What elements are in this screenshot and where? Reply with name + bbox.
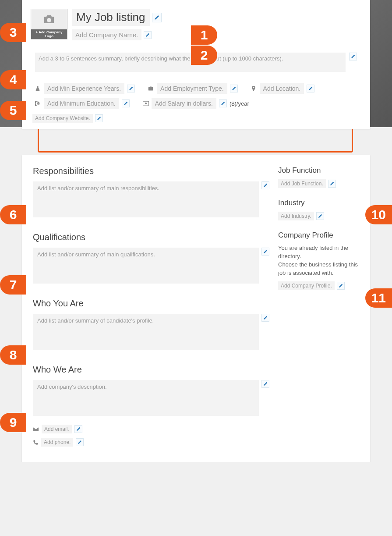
company-profile-input[interactable]: Add Company Profile. [278,281,335,290]
company-profile-section: Company Profile You are already listed i… [278,231,359,290]
job-function-heading: Job Function [278,166,359,175]
company-profile-desc: You are already listed in the directory.… [278,244,359,277]
money-icon [143,101,149,106]
edit-company-name-button[interactable] [144,31,152,39]
who-we-are-section: Who We Are Add company's description. Ad… [33,365,269,447]
who-you-are-section: Who You Are Add list and/or summary of c… [33,298,269,350]
job-meta-grid: Add Min Experience Years. Add Employment… [31,80,361,110]
add-logo-label: + Add Company Logo [31,29,67,39]
qualifications-heading: Qualifications [33,232,269,242]
who-you-are-heading: Who You Are [33,298,269,309]
map-pin-icon [251,86,257,91]
industry-input[interactable]: Add Industry. [278,212,314,220]
flask-icon [35,86,41,91]
qualifications-input[interactable]: Add list and/or summary of main qualific… [33,248,259,284]
edit-who-you-are-button[interactable] [261,314,269,322]
who-we-are-input[interactable]: Add company's description. [33,380,259,416]
job-body-card: Responsibilities Add list and/or summary… [22,155,370,462]
experience-input[interactable]: Add Min Experience Years. [44,83,124,94]
edit-employment-type-button[interactable] [230,85,238,92]
briefcase-icon [148,86,154,91]
edit-qualifications-button[interactable] [261,248,269,256]
qualifications-section: Qualifications Add list and/or summary o… [33,232,269,284]
salary-suffix: ($)/year [230,100,249,107]
envelope-icon [33,427,39,432]
edit-website-button[interactable] [95,114,103,122]
responsibilities-heading: Responsibilities [33,166,269,176]
company-profile-heading: Company Profile [278,231,359,240]
responsibilities-section: Responsibilities Add list and/or summary… [33,166,269,217]
edit-phone-button[interactable] [76,438,84,446]
edit-company-profile-button[interactable] [337,282,345,290]
education-input[interactable]: Add Minimum Education. [44,98,119,109]
job-function-section: Job Function Add Job Function. [278,166,359,188]
who-we-are-heading: Who We Are [33,365,269,375]
edit-responsibilities-button[interactable] [261,181,269,189]
edit-industry-button[interactable] [316,212,324,220]
edit-title-button[interactable] [152,13,162,22]
industry-heading: Industry [278,199,359,207]
job-header-card: + Add Company Logo My Job listing Add Co… [22,0,370,129]
edit-education-button[interactable] [122,99,130,107]
job-title-input[interactable]: My Job listing [72,9,150,26]
email-input[interactable]: Add email. [42,425,72,433]
job-function-input[interactable]: Add Job Function. [278,179,326,188]
website-input[interactable]: Add Company Website. [32,114,93,123]
employment-type-input[interactable]: Add Employment Type. [157,83,227,94]
camera-icon [43,9,55,29]
industry-section: Industry Add Industry. [278,199,359,220]
edit-who-we-are-button[interactable] [261,380,269,388]
responsibilities-input[interactable]: Add list and/or summary of main responsi… [33,181,259,217]
svg-point-1 [145,103,147,104]
edit-experience-button[interactable] [127,85,135,92]
edit-location-button[interactable] [307,85,314,92]
who-you-are-input[interactable]: Add list and/or summary of candidate's p… [33,314,259,350]
phone-input[interactable]: Add phone. [41,438,73,447]
company-logo-upload[interactable]: + Add Company Logo [31,9,67,39]
job-summary-input[interactable]: Add a 3 to 5 sentences summary, briefly … [35,53,346,72]
education-icon [35,101,41,106]
salary-input[interactable]: Add Salary in dollars. [152,98,216,109]
edit-email-button[interactable] [74,425,82,433]
edit-job-function-button[interactable] [328,180,336,188]
phone-icon [33,440,39,445]
edit-summary-button[interactable] [349,53,357,60]
company-name-input[interactable]: Add Company Name. [72,29,141,40]
location-input[interactable]: Add Location. [260,83,304,94]
edit-salary-button[interactable] [219,99,227,107]
